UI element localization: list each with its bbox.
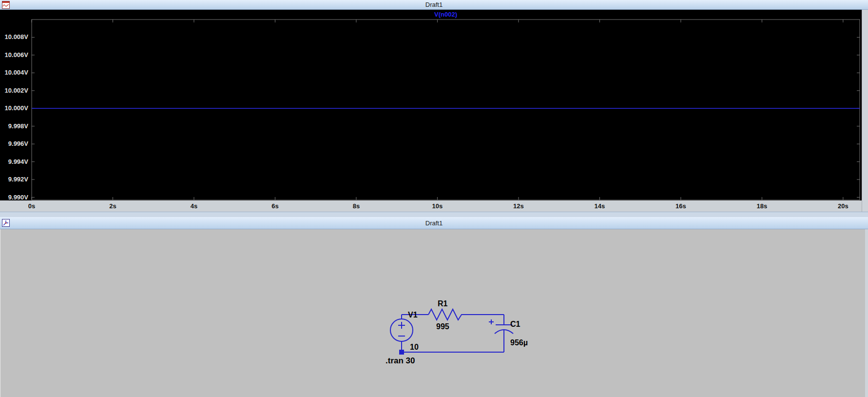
y-axis-tick-label: 10.006V bbox=[5, 51, 29, 59]
schematic-window-icon[interactable] bbox=[2, 219, 10, 227]
y-axis-tick-label: 9.994V bbox=[8, 158, 29, 165]
x-axis-tick-label: 8s bbox=[353, 202, 360, 210]
r1-resistor-symbol[interactable] bbox=[428, 309, 464, 320]
ltspice-app: Draft1 10.008V10.006V10.004V10.002V10.00… bbox=[0, 0, 868, 397]
c1-capacitor-symbol[interactable] bbox=[489, 319, 513, 334]
x-axis-tick-label: 10s bbox=[432, 202, 443, 210]
x-axis-tick-label: 2s bbox=[109, 202, 116, 210]
canvas-right-edge bbox=[865, 229, 868, 397]
node-junction[interactable] bbox=[399, 350, 404, 355]
x-axis-tick-label: 6s bbox=[271, 202, 278, 210]
y-axis-tick-label: 10.008V bbox=[5, 33, 29, 40]
x-axis-tick-label: 14s bbox=[595, 202, 605, 210]
waveform-plot-svg: 10.008V10.006V10.004V10.002V10.000V9.998… bbox=[0, 10, 862, 212]
r1-value-label[interactable]: 995 bbox=[436, 322, 449, 331]
y-axis-tick-label: 10.004V bbox=[5, 69, 29, 76]
schematic-canvas[interactable]: V1 10 R1 995 C1 956µ .tran 30 bbox=[0, 229, 868, 397]
schematic-drawing: V1 10 R1 995 C1 956µ .tran 30 bbox=[0, 229, 868, 397]
trace-name-label[interactable]: V(n002) bbox=[434, 11, 457, 18]
x-axis-tick-label: 18s bbox=[757, 202, 768, 210]
y-axis-tick-label: 9.990V bbox=[8, 194, 29, 201]
plot-background bbox=[0, 10, 862, 212]
v1-ref-label[interactable]: V1 bbox=[408, 311, 418, 319]
c1-ref-label[interactable]: C1 bbox=[510, 320, 521, 328]
x-axis-tick-label: 12s bbox=[513, 202, 524, 210]
spice-directive-text[interactable]: .tran 30 bbox=[386, 356, 415, 365]
y-axis-tick-label: 9.998V bbox=[8, 122, 29, 130]
waveform-window-icon[interactable] bbox=[2, 1, 10, 9]
y-axis-tick-label: 10.002V bbox=[5, 87, 29, 94]
waveform-titlebar[interactable]: Draft1 bbox=[0, 0, 868, 10]
v1-value-label[interactable]: 10 bbox=[410, 343, 419, 351]
x-axis-tick-label: 20s bbox=[838, 202, 849, 210]
schematic-titlebar[interactable]: Draft1 bbox=[0, 217, 868, 229]
x-axis-tick-label: 16s bbox=[675, 202, 686, 210]
schematic-window-title: Draft1 bbox=[0, 219, 868, 227]
y-axis-tick-label: 10.000V bbox=[5, 104, 29, 112]
x-axis-tick-label: 0s bbox=[28, 202, 35, 210]
x-axis-band bbox=[0, 200, 862, 212]
r1-ref-label[interactable]: R1 bbox=[438, 299, 448, 308]
plot-right-edge bbox=[862, 10, 868, 212]
waveform-viewer-window: Draft1 10.008V10.006V10.004V10.002V10.00… bbox=[0, 0, 868, 212]
schematic-window: Draft1 bbox=[0, 217, 868, 397]
waveform-window-title: Draft1 bbox=[0, 1, 868, 8]
y-axis-tick-label: 9.996V bbox=[8, 140, 29, 147]
x-axis-tick-label: 4s bbox=[191, 202, 197, 210]
window-separator bbox=[0, 212, 868, 217]
waveform-plot-area[interactable]: 10.008V10.006V10.004V10.002V10.000V9.998… bbox=[0, 10, 868, 212]
c1-value-label[interactable]: 956µ bbox=[510, 338, 528, 347]
y-axis-tick-label: 9.992V bbox=[8, 176, 29, 183]
